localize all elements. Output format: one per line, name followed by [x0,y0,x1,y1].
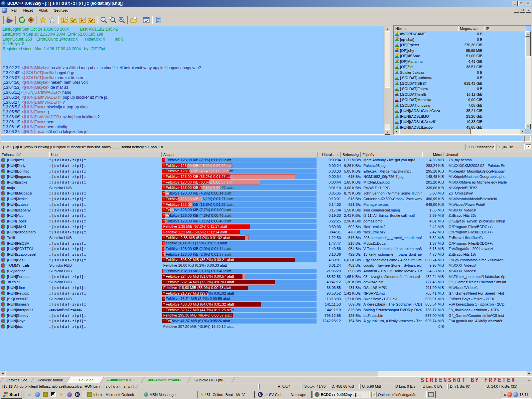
user-list-column-ip[interactable]: IP [484,26,526,31]
taskbar-button[interactable]: ⇄Outlook küldés/fogadás [369,391,425,398]
user-list-row[interactable]: [OP]Frpeter276,36 GiB [394,42,531,48]
user-list-row[interactable]: [HUN](ADSL)GipszGeza35,21 GiB [394,108,531,114]
user-list-row[interactable]: [.SOLDAT]Manioka9,99 GiB [394,97,531,103]
tab-attention[interactable]: -==kAmBroDzsA==-... [143,377,191,383]
user-list-scrollbar-horizontal[interactable]: ◀▶ [394,129,525,134]
start-button[interactable]: Start [1,391,22,399]
transfer-row[interactable]: [HUN]Dariy:: [ s o l d a t - z i p i ] :… [0,163,532,169]
user-list-row[interactable]: [op-chat]0 B [394,37,531,43]
tab-active[interactable]: :: [ s o l d a t... [68,377,104,383]
toolbar-notepad-button[interactable] [154,15,163,24]
user-list-row[interactable]: [OP]johy85,99 MiB [394,48,531,54]
transfer-row[interactable]: [HUN]Mikibacsi:: [ s o l d a t - z i p i… [0,191,532,196]
chat-scrollbar[interactable]: ▲▼ [385,26,390,135]
user-list-scrollbar[interactable]: ▲▼ [525,31,531,129]
toolbar-search-button[interactable] [99,15,108,24]
transfer-row[interactable]: [HUN]Steeev:: [ s o l d a t - z i p i ] … [0,313,532,318]
chat-input-resize-box[interactable] [524,136,531,142]
scrollbar-thumb[interactable] [525,37,531,56]
transfer-row[interactable]: [HUN]axel:: [ s o l d a t - z i p i ] ::… [0,157,532,163]
menu-item[interactable]: Ablak [36,7,51,13]
transfer-row[interactable]: [SK]Orech37Slunicko HUB* Feltöltve 16,74… [0,296,532,302]
transfer-row[interactable]: [HUN]Apu:: [ s o l d a t - z i p i ] ::*… [0,213,532,218]
ie-icon[interactable]: e [26,391,33,398]
tab-normal[interactable]: Slunicko HUB (hu... [189,377,233,383]
scroll-down-button[interactable]: ▼ [525,124,531,129]
transfer-column-1[interactable]: Hub [49,152,162,157]
user-list-row[interactable]: [.SOLDAT]BEST618,43 GiB [394,81,531,86]
netscape-icon[interactable]: N [74,391,81,398]
transfer-column-0[interactable]: Felhasználó [0,152,49,157]
transfer-row[interactable]: [HUN]szebenyi:: [ s o l d a t - z i p i … [0,207,532,213]
transfer-row[interactable]: [HUN]MAKI:: [ s o l d a t - z i p i ] ::… [0,224,532,229]
transfer-row[interactable]: [HUN]Bonifac:: [ s o l d a t - z i p i ]… [0,168,532,174]
taskbar-button[interactable]: ϟ451. Culture Beat - Mr. V... [199,391,255,398]
chart-icon[interactable] [50,391,57,398]
globe-icon[interactable] [34,391,41,398]
transfer-row[interactable]: [HUN]Bgs2:: [ s o l d a t - z i p i ] ::… [0,257,532,263]
user-list-row[interactable]: [OP]kiSSrac51,00 GiB [394,53,531,59]
transfer-row[interactable]: (CZ)MerlocSlunicko HUB* Feltöltve 192,00… [0,268,532,274]
user-list-row[interactable]: [.SOLDAT]undying7,05 GiB [394,103,531,108]
transfer-column-5[interactable]: Fájlnév [361,152,422,157]
toolbar-waiting-users-button[interactable] [78,15,87,24]
user-list-row[interactable]: [HUN](ADSL)IMOT29,20 GiB [394,114,531,119]
title-bar[interactable]: BCDC++ 0.4032ay - [:: [ s o l d a t - z … [0,0,532,7]
transfer-row[interactable]: [HUN]FECSA:: [ s o l d a t - z i p i ] :… [0,240,532,246]
transfer-row[interactable]: TOMMY_LEESlunicko HUBFeltöltve 16,00 KiB… [0,263,532,268]
transfer-column-2[interactable]: Állapot [162,152,318,157]
transfer-row[interactable]: [HUN]rics:: [ s o l d a t - z i p i ] ::… [0,324,532,330]
scroll-right-button[interactable]: ▶ [520,129,525,134]
taskbar-button[interactable]: N..:: SV Club :... - Netscape [256,391,312,398]
menu-item[interactable]: Segítség [51,7,71,13]
scrollbar-thumb[interactable] [385,87,390,124]
chat-userlist-splitter[interactable] [390,25,393,135]
transfer-row[interactable]: [HUN]3zekiel:: [ s o l d a t - z i p i ]… [0,196,532,202]
transfer-scrollbar-horizontal[interactable]: ◀▶ [0,371,532,376]
transfer-row[interactable]: [HUN]Libor:: [ s o l d a t - z i p i ] :… [0,285,532,291]
toolbar-follow-redirect-button[interactable] [26,15,35,24]
transfer-column-3[interactable]: Hátral... [318,152,341,157]
toolbar-settings-button[interactable] [142,15,151,24]
scroll-left-button[interactable]: ◀ [394,129,399,134]
tab-normal[interactable]: Letöltési Sor [1,377,34,383]
user-list-row[interactable]: [HUN](ADSL)KAr-sz8110,33 GiB [394,119,531,125]
toolbar-finished-uploads-button[interactable] [87,15,96,24]
taskbar-button[interactable]: ◷Inbox - Microsoft Outlook [85,391,141,398]
toolbar-favorite-users-button[interactable] [48,15,57,24]
transfer-row[interactable]: [HUN]bogancs:: [ s o l d a t - z i p i ]… [0,174,532,180]
taskbar-button-media[interactable] [426,391,436,398]
transfer-row[interactable]: [HUN]v8localhero:: [ s o l d a t - z i p… [0,229,532,235]
user-list-row[interactable]: [OP]Zipi38,51 GiB [394,64,531,70]
transfer-column-4[interactable]: Sebesség [341,152,361,157]
winamp-icon[interactable]: ϟ [58,391,65,398]
hub-window-icon[interactable] [2,8,7,13]
transfer-column-6[interactable]: Méret [422,152,444,157]
tray-network-icon[interactable] [513,392,518,397]
user-list-column-megosztva[interactable]: Megosztva [458,26,484,31]
tray-collapse-icon[interactable]: « [504,393,506,397]
toolbar-connect-button[interactable] [5,15,14,24]
scroll-right-button[interactable]: ▶ [527,371,532,376]
transfer-row[interactable]: [HUN]Interpaul1-==kAmBroDzsA==-* Feltölt… [0,307,532,313]
toolbar-search-spy-button[interactable] [117,15,126,24]
tray-connection-icon[interactable] [507,392,512,397]
toolbar-open-filelist-button[interactable] [129,15,138,24]
transfer-row[interactable]: .di.es.elSlunicko HUB* Feltöltve 532,54 … [0,279,532,285]
toolbar-refresh-button[interactable] [17,15,26,24]
tab-normal[interactable]: Kedvenc hubok [32,377,70,383]
scroll-up-button[interactable]: ▲ [385,26,390,31]
transfer-row[interactable]: [HUN]Naya:: [ s o l d a t - z i p i ] ::… [0,318,532,324]
transfer-row[interactable]: majaSlunicko HUB* Feltöltve 128,00 KiB (… [0,185,532,191]
toolbar-grip[interactable] [2,16,4,24]
transfer-row[interactable]: [HUN]Topszi:: [ s o l d a t - z i p i ] … [0,218,532,224]
user-list-row[interactable]: Soldier-Jakuza0 B [394,70,531,75]
transfer-row[interactable]: [HUN]lumesh:: [ s o l d a t - z i p i ] … [0,302,532,307]
toolbar-download-queue-button[interactable] [60,15,69,24]
transfer-row[interactable]: [HUN]Petixxx:: [ s o l d a t - z i p i ]… [0,291,532,296]
taskbar-button[interactable]: MSN Messenger [142,391,198,398]
toolbar-favorite-hubs-button[interactable] [39,15,48,24]
user-list-row[interactable]: [OP]Marianna4,41 GiB [394,59,531,65]
chat-message-input[interactable] [1,136,524,142]
close-button[interactable]: × [525,1,531,6]
